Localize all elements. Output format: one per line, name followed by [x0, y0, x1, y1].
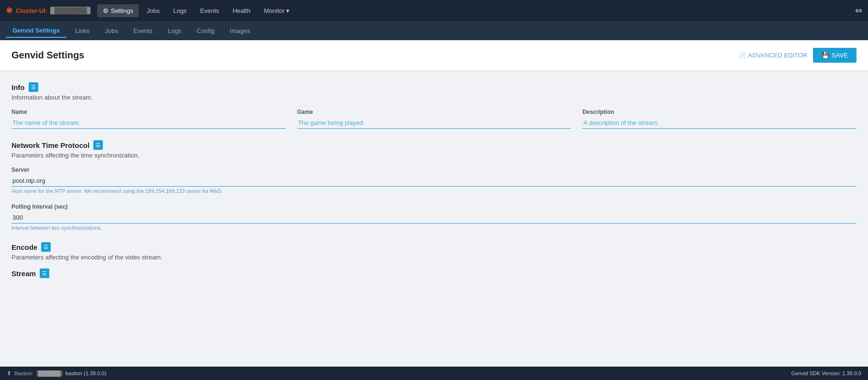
ntp-section-header: Network Time Protocol ☰: [11, 140, 857, 150]
info-section-header: Info ☰: [11, 82, 857, 92]
subnav-genvid-settings[interactable]: Genvid Settings: [6, 24, 67, 38]
polling-label: Polling Interval (sec): [11, 203, 857, 210]
subnav-links[interactable]: Links: [68, 24, 96, 37]
encode-description: Parameters affecting the encoding of the…: [11, 254, 857, 261]
nav-jobs[interactable]: Jobs: [141, 4, 165, 17]
encode-section: Encode ☰ Parameters affecting the encodi…: [11, 242, 857, 278]
brand-redacted: ████████: [50, 7, 90, 14]
subnav-jobs[interactable]: Jobs: [98, 24, 124, 37]
nav-logs[interactable]: Logs: [167, 4, 192, 17]
info-fields-row: Name Game Description: [11, 109, 857, 129]
content-area: Info ☰ Information about the stream. Nam…: [0, 71, 868, 368]
info-section: Info ☰ Information about the stream. Nam…: [11, 82, 857, 129]
info-title: Info: [11, 83, 25, 91]
nav-health[interactable]: Health: [227, 4, 256, 17]
info-description: Information about the stream.: [11, 94, 857, 101]
header-actions: 📄 ADVANCED EDITOR 💾 SAVE: [738, 48, 857, 63]
ntp-description: Parameters affecting the time synchroniz…: [11, 152, 857, 159]
game-input[interactable]: [297, 117, 571, 129]
page-title: Genvid Settings: [11, 50, 84, 61]
ntp-section: Network Time Protocol ☰ Parameters affec…: [11, 140, 857, 231]
subnav-config[interactable]: Config: [190, 24, 222, 37]
nav-arrows-icon: ⇔: [855, 5, 862, 16]
name-field: Name: [11, 109, 286, 129]
stream-title: Stream: [11, 269, 36, 278]
description-input[interactable]: [582, 117, 857, 129]
description-field: Description: [582, 109, 857, 129]
description-label: Description: [582, 109, 857, 115]
brand-name: Cluster-UI:: [16, 7, 47, 14]
encode-section-icon[interactable]: ☰: [41, 242, 51, 252]
save-icon: 💾: [822, 52, 829, 59]
subnav-events[interactable]: Events: [127, 24, 159, 37]
ntp-section-icon[interactable]: ☰: [93, 140, 103, 150]
advanced-editor-button[interactable]: 📄 ADVANCED EDITOR: [738, 52, 808, 59]
status-bar: ⬆ Bastion: ██████ bastion (1.39.0.0) Gen…: [0, 367, 868, 368]
name-label: Name: [11, 109, 286, 115]
polling-input[interactable]: [11, 212, 857, 224]
polling-field-wrapper: Polling Interval (sec) Interval between …: [11, 203, 857, 231]
stream-section-icon[interactable]: ☰: [40, 268, 49, 278]
subnav-images[interactable]: Images: [223, 24, 257, 37]
encode-section-header: Encode ☰: [11, 242, 857, 252]
gear-icon: ⚙: [103, 7, 109, 14]
brand: ✱ Cluster-UI: ████████: [6, 5, 90, 16]
top-navbar: ✱ Cluster-UI: ████████ ⚙ Settings Jobs L…: [0, 0, 868, 21]
game-field: Game: [297, 109, 571, 129]
stream-subsection-header: Stream ☰: [11, 268, 857, 278]
nav-settings[interactable]: ⚙ Settings: [97, 4, 139, 17]
save-button[interactable]: 💾 SAVE: [813, 48, 857, 63]
encode-title: Encode: [11, 243, 37, 251]
nav-monitor[interactable]: Monitor ▾: [258, 4, 295, 17]
server-hint: Host name for the NTP server. We recomme…: [11, 188, 857, 194]
ntp-title: Network Time Protocol: [11, 141, 89, 149]
subnav-logs[interactable]: Logs: [161, 24, 188, 37]
page-header: Genvid Settings 📄 ADVANCED EDITOR 💾 SAVE: [0, 40, 868, 71]
sub-navbar: Genvid Settings Links Jobs Events Logs C…: [0, 21, 868, 40]
document-icon: 📄: [738, 52, 746, 59]
info-section-icon[interactable]: ☰: [29, 82, 38, 92]
polling-hint: Interval between two synchronizations.: [11, 225, 857, 231]
server-field-wrapper: Server Host name for the NTP server. We …: [11, 167, 857, 194]
brand-logo-icon: ✱: [6, 5, 13, 16]
nav-events[interactable]: Events: [194, 4, 225, 17]
game-label: Game: [297, 109, 571, 115]
server-label: Server: [11, 167, 857, 173]
server-input[interactable]: [11, 175, 857, 187]
name-input[interactable]: [11, 117, 286, 129]
